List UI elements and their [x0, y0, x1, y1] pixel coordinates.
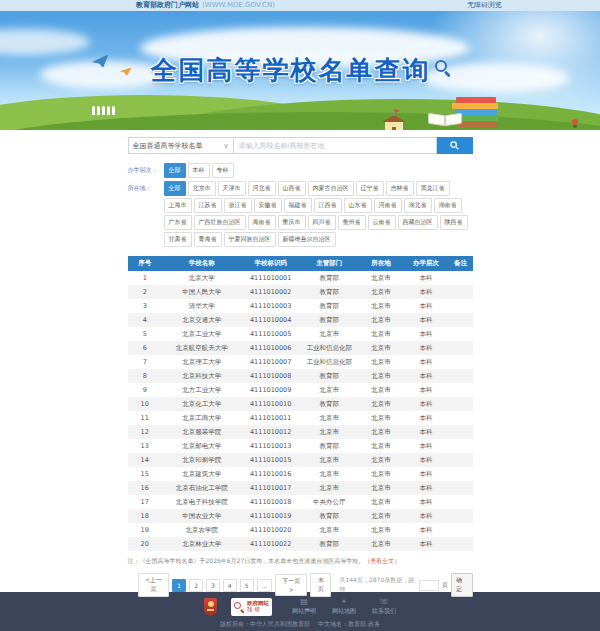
region-filter-5[interactable]: 内蒙古自治区 [308, 181, 354, 196]
table-cell: 本科 [403, 537, 448, 551]
table-cell: 北京工业大学 [162, 327, 241, 341]
table-cell: 20 [128, 537, 163, 551]
table-cell: 本科 [403, 383, 448, 397]
table-cell [448, 537, 472, 551]
page-title-text: 全国高等学校名单查询 [151, 53, 431, 88]
next-page-button[interactable]: 下一页> [275, 574, 307, 596]
search-input[interactable] [234, 137, 437, 154]
table-cell: 4111010017 [241, 481, 300, 495]
region-filter-13[interactable]: 福建省 [284, 198, 312, 213]
region-filter-19[interactable]: 广东省 [164, 215, 192, 230]
region-filter-11[interactable]: 浙江省 [224, 198, 252, 213]
region-filter-21[interactable]: 海南省 [248, 215, 276, 230]
table-cell [448, 453, 472, 467]
region-filter-8[interactable]: 黑龙江省 [416, 181, 450, 196]
search-button[interactable] [437, 137, 473, 154]
confirm-button[interactable]: 确定 [451, 573, 472, 597]
level-filter-2[interactable]: 专科 [212, 163, 234, 178]
accessibility-link[interactable]: 无障碍浏览 [467, 0, 502, 11]
table-cell: 北京航空航天大学 [162, 341, 241, 355]
table-cell: 1 [128, 271, 163, 285]
table-row: 7北京理工大学4111010007工业和信息化部北京市本科 [128, 355, 473, 369]
table-cell [448, 383, 472, 397]
table-cell: 教育部 [300, 285, 359, 299]
contact-icon: ☏ [379, 598, 389, 606]
table-row: 14北京印刷学院4111010015北京市北京市本科 [128, 453, 473, 467]
table-cell: 北京化工大学 [162, 397, 241, 411]
region-filter-4[interactable]: 山西省 [278, 181, 306, 196]
page-jump-input[interactable] [419, 580, 439, 591]
table-cell: 工业和信息化部 [300, 355, 359, 369]
table-cell: 北京市 [359, 355, 404, 369]
page-button-2[interactable]: 2 [189, 579, 203, 592]
note-view-full-link[interactable]: （查看全文） [364, 557, 400, 564]
level-filter-1[interactable]: 本科 [188, 163, 210, 178]
table-cell: 教育部 [300, 313, 359, 327]
table-cell: 6 [128, 341, 163, 355]
region-filter-10[interactable]: 江苏省 [194, 198, 222, 213]
region-filter-2[interactable]: 天津市 [218, 181, 246, 196]
note-prefix: 注： [128, 557, 140, 564]
table-cell: 教育部 [300, 369, 359, 383]
page-unit-label: 页 [442, 581, 448, 590]
table-cell: 4 [128, 313, 163, 327]
prev-page-button[interactable]: <上一页 [138, 573, 170, 597]
region-filter-24[interactable]: 贵州省 [338, 215, 366, 230]
footer-link-1[interactable]: ⌖网站地图 [332, 598, 356, 616]
table-row: 20北京林业大学4111010022教育部北京市本科 [128, 537, 473, 551]
table-cell: 北京市 [300, 327, 359, 341]
table-cell: 北京林业大学 [162, 537, 241, 551]
table-cell [448, 509, 472, 523]
region-filter-30[interactable]: 宁夏回族自治区 [224, 232, 276, 247]
table-cell: 北京市 [359, 481, 404, 495]
find-error-line2: 找错 [247, 607, 269, 613]
main-content: 全国普通高等学校名单 ∨ 办学层次： 全部本科专科 所在地： 全部北京市天津市河… [0, 137, 600, 592]
region-filter-29[interactable]: 青海省 [194, 232, 222, 247]
table-cell: 19 [128, 523, 163, 537]
region-filter-17[interactable]: 湖北省 [404, 198, 432, 213]
search-category-select[interactable]: 全国普通高等学校名单 ∨ [128, 137, 234, 154]
region-filter-25[interactable]: 云南省 [368, 215, 396, 230]
region-filter-0[interactable]: 全部 [164, 181, 186, 196]
footer-link-0[interactable]: ▤网站声明 [292, 598, 316, 616]
level-filter-0[interactable]: 全部 [164, 163, 186, 178]
table-cell [448, 439, 472, 453]
region-filter-6[interactable]: 辽宁省 [356, 181, 384, 196]
table-cell: 北京印刷学院 [162, 453, 241, 467]
page-button-5[interactable]: 5 [240, 579, 254, 592]
region-filter-28[interactable]: 甘肃省 [164, 232, 192, 247]
region-filter-14[interactable]: 江西省 [314, 198, 342, 213]
footer-link-2[interactable]: ☏联系我们 [372, 598, 396, 616]
region-filter-22[interactable]: 重庆市 [278, 215, 306, 230]
region-filter-18[interactable]: 湖南省 [434, 198, 462, 213]
region-filter-16[interactable]: 河南省 [374, 198, 402, 213]
find-error-magnifier-icon [234, 602, 244, 612]
region-filter-9[interactable]: 上海市 [164, 198, 192, 213]
region-filter-31[interactable]: 新疆维吾尔自治区 [278, 232, 336, 247]
footer: 政府网站 找错 ▤网站声明⌖网站地图☏联系我们 版权所有：中华人民共和国教育部中… [0, 592, 600, 631]
table-cell: 本科 [403, 327, 448, 341]
region-filter-27[interactable]: 陕西省 [440, 215, 468, 230]
region-filter-26[interactable]: 西藏自治区 [398, 215, 438, 230]
note-text: 《全国高等学校名单》于2025年6月27日发布，本名单未包含港澳台地区高等学校。 [140, 557, 365, 564]
page-button-4[interactable]: 4 [223, 579, 237, 592]
region-filter-15[interactable]: 山东省 [344, 198, 372, 213]
site-error-report-badge[interactable]: 政府网站 找错 [231, 598, 272, 616]
last-page-button[interactable]: 末页 [310, 573, 331, 597]
party-gov-badge-icon[interactable] [204, 598, 217, 616]
region-filter-12[interactable]: 安徽省 [254, 198, 282, 213]
flower-illustration [572, 119, 578, 125]
table-cell: 15 [128, 467, 163, 481]
region-filter-3[interactable]: 河北省 [248, 181, 276, 196]
page-button-3[interactable]: 3 [206, 579, 220, 592]
page-button-1[interactable]: 1 [172, 579, 186, 592]
region-filter-7[interactable]: 吉林省 [386, 181, 414, 196]
region-filter-20[interactable]: 广西壮族自治区 [194, 215, 246, 230]
level-filter-label: 办学层次： [128, 163, 164, 178]
table-cell: 本科 [403, 313, 448, 327]
region-filter-1[interactable]: 北京市 [188, 181, 216, 196]
ellipsis-button[interactable]: ... [257, 579, 273, 592]
table-cell: 本科 [403, 467, 448, 481]
region-filter-23[interactable]: 四川省 [308, 215, 336, 230]
table-cell: 北京建筑大学 [162, 467, 241, 481]
